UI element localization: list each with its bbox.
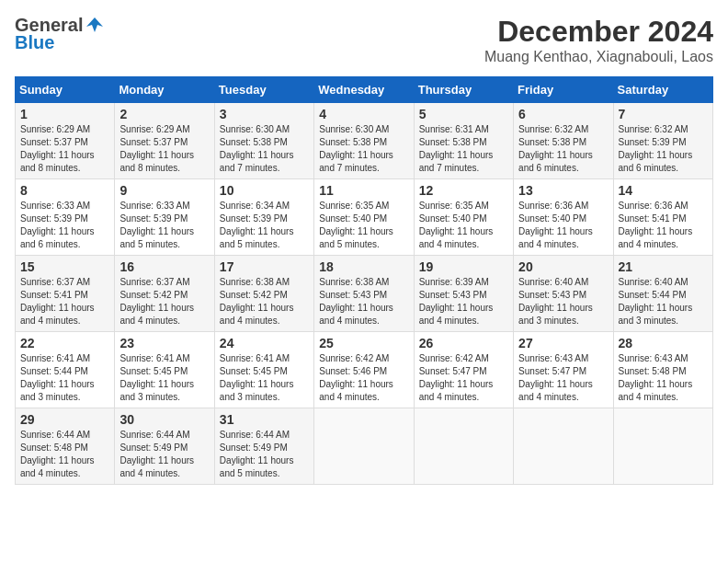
- sunrise-label: Sunrise: 6:35 AM: [319, 201, 389, 211]
- sunrise-label: Sunrise: 6:42 AM: [419, 353, 489, 363]
- weekday-header-sunday: Sunday: [16, 77, 115, 103]
- week-row-4: 22 Sunrise: 6:41 AM Sunset: 5:44 PM Dayl…: [16, 332, 713, 408]
- day-cell: [514, 408, 613, 485]
- week-row-2: 8 Sunrise: 6:33 AM Sunset: 5:39 PM Dayli…: [16, 179, 713, 256]
- daylight-label: Daylight: 11 hoursand 4 minutes.: [518, 226, 593, 249]
- day-number: 22: [20, 336, 109, 350]
- daylight-label: Daylight: 11 hoursand 5 minutes.: [319, 226, 393, 249]
- day-number: 9: [119, 183, 209, 198]
- daylight-label: Daylight: 11 hoursand 7 minutes.: [319, 150, 393, 173]
- daylight-label: Daylight: 11 hoursand 3 minutes.: [220, 379, 294, 402]
- sunset-label: Sunset: 5:40 PM: [419, 213, 487, 224]
- sunset-label: Sunset: 5:39 PM: [619, 137, 687, 147]
- day-cell: [314, 408, 414, 485]
- day-number: 10: [220, 183, 309, 198]
- sunrise-label: Sunrise: 6:30 AM: [220, 124, 290, 134]
- sunrise-label: Sunrise: 6:31 AM: [419, 124, 489, 134]
- day-number: 4: [319, 107, 408, 121]
- sunset-label: Sunset: 5:48 PM: [619, 366, 687, 376]
- sunrise-label: Sunrise: 6:44 AM: [220, 430, 290, 440]
- day-cell: [613, 408, 712, 485]
- day-cell: 2 Sunrise: 6:29 AM Sunset: 5:37 PM Dayli…: [115, 103, 214, 179]
- weekday-header-tuesday: Tuesday: [214, 77, 313, 103]
- day-info: Sunrise: 6:32 AM Sunset: 5:39 PM Dayligh…: [619, 123, 708, 175]
- day-cell: 7 Sunrise: 6:32 AM Sunset: 5:39 PM Dayli…: [613, 103, 712, 179]
- sunrise-label: Sunrise: 6:36 AM: [619, 201, 688, 211]
- sunrise-label: Sunrise: 6:41 AM: [20, 353, 90, 363]
- logo-bird-icon: [85, 16, 105, 36]
- sunrise-label: Sunrise: 6:41 AM: [119, 353, 189, 363]
- daylight-label: Daylight: 11 hoursand 4 minutes.: [319, 303, 393, 326]
- day-info: Sunrise: 6:31 AM Sunset: 5:38 PM Dayligh…: [419, 123, 508, 175]
- sunrise-label: Sunrise: 6:30 AM: [319, 124, 389, 134]
- sunrise-label: Sunrise: 6:32 AM: [619, 124, 688, 134]
- day-cell: 17 Sunrise: 6:38 AM Sunset: 5:42 PM Dayl…: [214, 256, 313, 332]
- day-number: 26: [419, 336, 508, 350]
- sunrise-label: Sunrise: 6:41 AM: [220, 353, 290, 363]
- week-row-1: 1 Sunrise: 6:29 AM Sunset: 5:37 PM Dayli…: [16, 103, 713, 179]
- day-number: 14: [619, 183, 708, 198]
- day-cell: 23 Sunrise: 6:41 AM Sunset: 5:45 PM Dayl…: [115, 332, 214, 408]
- sunset-label: Sunset: 5:39 PM: [220, 213, 288, 224]
- sunrise-label: Sunrise: 6:39 AM: [419, 277, 489, 287]
- sunset-label: Sunset: 5:37 PM: [119, 137, 188, 147]
- sunset-label: Sunset: 5:43 PM: [319, 290, 387, 300]
- day-info: Sunrise: 6:36 AM Sunset: 5:40 PM Dayligh…: [518, 200, 608, 251]
- day-info: Sunrise: 6:29 AM Sunset: 5:37 PM Dayligh…: [119, 123, 209, 175]
- sunset-label: Sunset: 5:43 PM: [518, 290, 586, 300]
- weekday-header-wednesday: Wednesday: [314, 77, 414, 103]
- sunrise-label: Sunrise: 6:35 AM: [419, 201, 489, 211]
- day-cell: 25 Sunrise: 6:42 AM Sunset: 5:46 PM Dayl…: [314, 332, 414, 408]
- daylight-label: Daylight: 11 hoursand 6 minutes.: [518, 150, 593, 173]
- sunrise-label: Sunrise: 6:43 AM: [619, 353, 688, 363]
- daylight-label: Daylight: 11 hoursand 8 minutes.: [119, 150, 194, 173]
- location-title: Muang Kenthao, Xiagnabouli, Laos: [484, 49, 713, 65]
- sunrise-label: Sunrise: 6:29 AM: [119, 124, 189, 134]
- day-number: 17: [220, 259, 309, 274]
- day-number: 25: [319, 336, 408, 350]
- day-cell: 18 Sunrise: 6:38 AM Sunset: 5:43 PM Dayl…: [314, 256, 414, 332]
- day-cell: 20 Sunrise: 6:40 AM Sunset: 5:43 PM Dayl…: [514, 256, 613, 332]
- sunrise-label: Sunrise: 6:44 AM: [20, 430, 90, 440]
- day-cell: 29 Sunrise: 6:44 AM Sunset: 5:48 PM Dayl…: [16, 408, 115, 485]
- day-cell: 27 Sunrise: 6:43 AM Sunset: 5:47 PM Dayl…: [514, 332, 613, 408]
- sunset-label: Sunset: 5:49 PM: [119, 442, 188, 453]
- svg-marker-0: [86, 17, 103, 32]
- day-cell: 31 Sunrise: 6:44 AM Sunset: 5:49 PM Dayl…: [214, 408, 313, 485]
- daylight-label: Daylight: 11 hoursand 5 minutes.: [119, 226, 194, 249]
- day-cell: 22 Sunrise: 6:41 AM Sunset: 5:44 PM Dayl…: [16, 332, 115, 408]
- day-cell: 10 Sunrise: 6:34 AM Sunset: 5:39 PM Dayl…: [214, 179, 313, 256]
- logo: General Blue: [15, 15, 105, 53]
- sunrise-label: Sunrise: 6:33 AM: [119, 201, 189, 211]
- daylight-label: Daylight: 11 hoursand 4 minutes.: [220, 303, 294, 326]
- day-info: Sunrise: 6:32 AM Sunset: 5:38 PM Dayligh…: [518, 123, 608, 175]
- sunset-label: Sunset: 5:38 PM: [220, 137, 288, 147]
- sunset-label: Sunset: 5:40 PM: [319, 213, 387, 224]
- sunrise-label: Sunrise: 6:38 AM: [220, 277, 290, 287]
- day-info: Sunrise: 6:41 AM Sunset: 5:45 PM Dayligh…: [220, 352, 309, 404]
- day-cell: 11 Sunrise: 6:35 AM Sunset: 5:40 PM Dayl…: [314, 179, 414, 256]
- sunrise-label: Sunrise: 6:42 AM: [319, 353, 389, 363]
- day-cell: 24 Sunrise: 6:41 AM Sunset: 5:45 PM Dayl…: [214, 332, 313, 408]
- day-info: Sunrise: 6:40 AM Sunset: 5:43 PM Dayligh…: [518, 276, 608, 327]
- sunset-label: Sunset: 5:49 PM: [220, 442, 288, 453]
- calendar-table: SundayMondayTuesdayWednesdayThursdayFrid…: [15, 76, 713, 485]
- day-info: Sunrise: 6:43 AM Sunset: 5:48 PM Dayligh…: [619, 352, 708, 404]
- day-number: 28: [619, 336, 708, 350]
- sunset-label: Sunset: 5:39 PM: [119, 213, 188, 224]
- day-number: 30: [119, 412, 209, 427]
- sunset-label: Sunset: 5:42 PM: [220, 290, 288, 300]
- sunset-label: Sunset: 5:45 PM: [119, 366, 188, 376]
- day-info: Sunrise: 6:40 AM Sunset: 5:44 PM Dayligh…: [619, 276, 708, 327]
- sunset-label: Sunset: 5:44 PM: [20, 366, 88, 376]
- day-cell: 16 Sunrise: 6:37 AM Sunset: 5:42 PM Dayl…: [115, 256, 214, 332]
- day-info: Sunrise: 6:44 AM Sunset: 5:48 PM Dayligh…: [20, 429, 109, 480]
- day-info: Sunrise: 6:35 AM Sunset: 5:40 PM Dayligh…: [419, 200, 508, 251]
- sunset-label: Sunset: 5:38 PM: [419, 137, 487, 147]
- day-number: 5: [419, 107, 508, 121]
- sunset-label: Sunset: 5:45 PM: [220, 366, 288, 376]
- daylight-label: Daylight: 11 hoursand 4 minutes.: [119, 303, 194, 326]
- sunrise-label: Sunrise: 6:37 AM: [119, 277, 189, 287]
- day-cell: 3 Sunrise: 6:30 AM Sunset: 5:38 PM Dayli…: [214, 103, 313, 179]
- daylight-label: Daylight: 11 hoursand 4 minutes.: [319, 379, 393, 402]
